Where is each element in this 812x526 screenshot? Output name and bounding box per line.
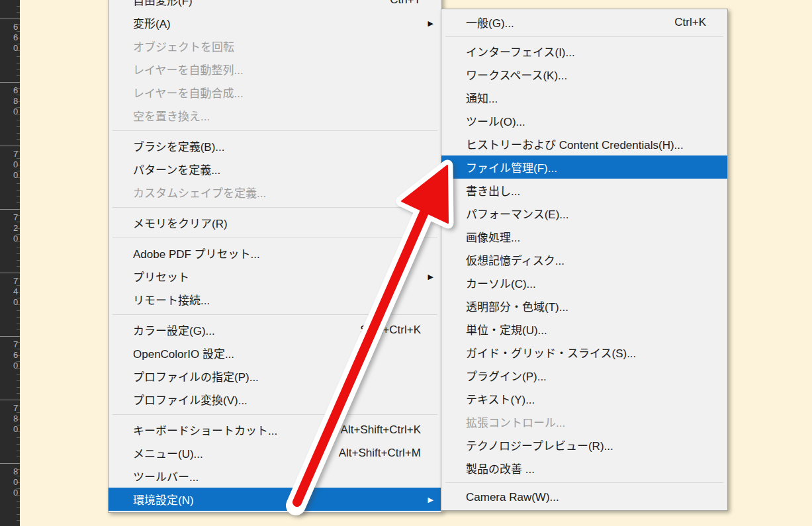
menu-item-label: レイヤーを自動合成... [133, 84, 244, 101]
menu-separator [113, 207, 437, 208]
menu-item-label: リモート接続... [133, 291, 210, 308]
menu-item-label: インターフェイス(I)... [466, 43, 575, 60]
menu-item-label: ブラシを定義(B)... [133, 138, 225, 154]
menu-item-remote-connections[interactable]: リモート接続... [109, 288, 441, 311]
submenu-arrow-icon: ▶ [428, 19, 433, 26]
menu-item-presets[interactable]: プリセット ▶ [109, 265, 441, 288]
menu-item-label: プリセット [133, 268, 189, 285]
submenu-item-export[interactable]: 書き出し... [441, 179, 727, 202]
menu-item-label: 画像処理... [466, 228, 520, 245]
submenu-item-enhanced-controls[interactable]: 拡張コントロール... [441, 410, 727, 433]
menu-item-opencolorio-settings[interactable]: OpenColorIO 設定... [109, 341, 441, 365]
menu-item-define-brush[interactable]: ブラシを定義(B)... [109, 134, 441, 157]
menu-item-define-pattern[interactable]: パターンを定義... [109, 157, 441, 181]
menu-item-menus[interactable]: メニュー(U)... Alt+Shift+Ctrl+M [109, 441, 441, 464]
menu-item-label: キーボードショートカット... [133, 421, 277, 438]
edit-menu-panel: 自由変形(F) Ctrl+T 変形(A) ▶ オブジェクトを回転 レイヤーを自動… [108, 0, 442, 513]
menu-item-free-transform[interactable]: 自由変形(F) Ctrl+T [109, 0, 441, 11]
menu-item-label: カラー設定(G)... [133, 322, 215, 338]
submenu-item-guides-grid-slices[interactable]: ガイド・グリッド・スライス(S)... [441, 341, 727, 364]
menu-item-label: ガイド・グリッド・スライス(S)... [466, 344, 636, 361]
menu-item-convert-to-profile[interactable]: プロファイル変換(V)... [109, 388, 441, 411]
menu-item-assign-profile[interactable]: プロファイルの指定(P)... [109, 365, 441, 388]
menu-item-shortcut: Alt+Shift+Ctrl+M [326, 447, 421, 460]
menu-item-label: 一般(G)... [466, 14, 514, 30]
submenu-item-units-rulers[interactable]: 単位・定規(U)... [441, 318, 727, 341]
menu-item-label: ツールバー... [133, 468, 199, 484]
menu-item-label: Camera Raw(W)... [466, 491, 559, 504]
menu-item-label: 空を置き換え... [133, 107, 210, 124]
menu-item-label: 単位・定規(U)... [466, 321, 547, 337]
menu-item-label: カスタムシェイプを定義... [133, 184, 266, 200]
menu-item-shortcut: Alt+Shift+Ctrl+K [328, 423, 421, 437]
menu-item-label: テキスト(Y)... [466, 390, 535, 407]
menu-item-define-custom-shape[interactable]: カスタムシェイプを定義... [109, 181, 441, 204]
vertical-ruler: 660 680 700 720 740 760 780 800 [0, 0, 20, 526]
menu-item-label: OpenColorIO 設定... [133, 345, 234, 361]
menu-item-auto-align-layers[interactable]: レイヤーを自動整列... [109, 58, 441, 81]
menu-item-sky-replacement[interactable]: 空を置き換え... [109, 104, 441, 127]
menu-item-label: プラグイン(P)... [466, 367, 547, 384]
submenu-item-workspace[interactable]: ワークスペース(K)... [441, 63, 727, 86]
preferences-submenu-panel: 一般(G)... Ctrl+K インターフェイス(I)... ワークスペース(K… [441, 9, 728, 511]
submenu-item-transparency-gamut[interactable]: 透明部分・色域(T)... [441, 294, 727, 318]
submenu-item-performance[interactable]: パフォーマンス(E)... [441, 202, 727, 225]
menu-item-label: 仮想記憶ディスク... [466, 251, 564, 268]
submenu-item-cursors[interactable]: カーソル(C)... [441, 271, 727, 294]
menu-item-keyboard-shortcuts[interactable]: キーボードショートカット... Alt+Shift+Ctrl+K [109, 418, 441, 441]
submenu-item-interface[interactable]: インターフェイス(I)... [441, 40, 727, 63]
menu-separator [113, 414, 437, 415]
menu-separator [445, 482, 723, 483]
menu-item-label: 拡張コントロール... [466, 414, 565, 430]
submenu-arrow-icon: ▶ [428, 273, 433, 280]
submenu-item-product-improvement[interactable]: 製品の改善 ... [441, 457, 727, 480]
menu-item-label: レイヤーを自動整列... [133, 61, 244, 77]
menu-item-label: 通知... [466, 89, 498, 106]
menu-item-transform[interactable]: 変形(A) ▶ [109, 11, 441, 34]
menu-item-purge-memory[interactable]: メモリをクリア(R) [109, 211, 441, 234]
submenu-item-scratch-disks[interactable]: 仮想記憶ディスク... [441, 248, 727, 271]
menu-separator [113, 314, 437, 315]
submenu-item-file-handling[interactable]: ファイル管理(F)... [441, 155, 727, 179]
submenu-item-camera-raw[interactable]: Camera Raw(W)... [441, 486, 727, 509]
menu-item-label: ヒストリーおよび Content Credentials(H)... [466, 136, 684, 152]
menu-item-rotate-object[interactable]: オブジェクトを回転 [109, 34, 441, 58]
submenu-item-type[interactable]: テキスト(Y)... [441, 387, 727, 410]
menu-item-label: カーソル(C)... [466, 275, 536, 291]
menu-item-label: ワークスペース(K)... [466, 66, 567, 83]
menu-item-label: ツール(O)... [466, 112, 525, 129]
menu-separator [113, 238, 437, 238]
submenu-item-plugins[interactable]: プラグイン(P)... [441, 364, 727, 387]
ruler-label: 700 [0, 146, 20, 181]
menu-item-adobe-pdf-presets[interactable]: Adobe PDF プリセット... [109, 241, 441, 265]
submenu-item-image-processing[interactable]: 画像処理... [441, 225, 727, 248]
menu-item-label: プロファイル変換(V)... [133, 391, 248, 408]
menu-item-color-settings[interactable]: カラー設定(G)... Shift+Ctrl+K [109, 318, 441, 341]
menu-item-label: 自由変形(F) [133, 0, 193, 8]
menu-item-label: パフォーマンス(E)... [466, 205, 569, 222]
menu-item-auto-blend-layers[interactable]: レイヤーを自動合成... [109, 81, 441, 104]
submenu-item-general[interactable]: 一般(G)... Ctrl+K [441, 11, 727, 34]
ruler-label: 780 [0, 400, 20, 435]
menu-item-label: 環境設定(N) [133, 491, 194, 507]
submenu-arrow-icon: ▶ [428, 496, 433, 503]
ruler-label: 660 [0, 19, 20, 54]
menu-item-label: Adobe PDF プリセット... [133, 245, 260, 261]
menu-item-label: パターンを定義... [133, 161, 220, 177]
ruler-label: 800 [0, 463, 20, 498]
menu-separator [113, 130, 437, 131]
menu-item-label: 変形(A) [133, 15, 171, 31]
menu-item-toolbar[interactable]: ツールバー... [109, 464, 441, 488]
ruler-label: 680 [0, 82, 20, 117]
menu-item-label: 書き出し... [466, 182, 520, 198]
menu-separator [445, 36, 723, 37]
menu-item-preferences[interactable]: 環境設定(N) ▶ [109, 488, 441, 511]
photoshop-edit-menu-screen: { "colors":{ "menu_bg":"#f1f1f1", "highl… [0, 0, 812, 526]
submenu-item-history-content-credentials[interactable]: ヒストリーおよび Content Credentials(H)... [441, 132, 727, 155]
submenu-item-tools[interactable]: ツール(O)... [441, 109, 727, 132]
submenu-item-technology-previews[interactable]: テクノロジープレビュー(R)... [441, 433, 727, 457]
menu-item-shortcut: Ctrl+K [661, 16, 706, 29]
menu-item-shortcut: Ctrl+T [377, 0, 421, 7]
submenu-item-notifications[interactable]: 通知... [441, 86, 727, 109]
menu-item-shortcut: Shift+Ctrl+K [347, 324, 421, 337]
